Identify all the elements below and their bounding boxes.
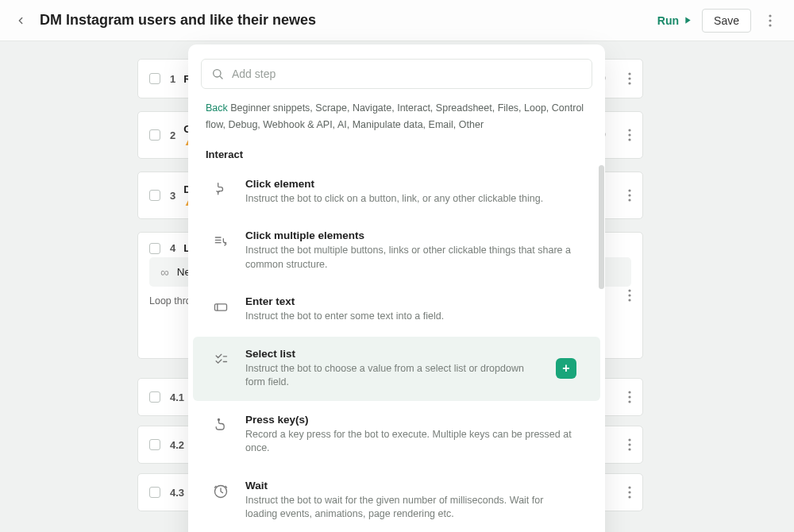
- enter-text-icon: [210, 297, 231, 318]
- run-button[interactable]: Run: [657, 14, 692, 27]
- back-button[interactable]: [10, 10, 32, 32]
- category-chip[interactable]: Manipulate data,: [353, 119, 426, 130]
- step-menu[interactable]: [628, 289, 631, 302]
- category-chip[interactable]: Email,: [429, 119, 457, 130]
- svg-point-21: [628, 448, 630, 450]
- header-actions: Run Save: [657, 9, 780, 33]
- option-row[interactable]: WaitInstruct the bot to wait for the giv…: [193, 468, 600, 533]
- svg-line-26: [220, 76, 222, 79]
- modal-search-wrap: [188, 44, 605, 97]
- step-number: 4.2: [170, 439, 184, 451]
- svg-point-3: [769, 24, 771, 26]
- wait-icon: [210, 481, 231, 502]
- svg-point-9: [628, 138, 630, 141]
- svg-point-5: [628, 77, 630, 79]
- svg-point-20: [628, 443, 630, 445]
- option-row[interactable]: Click elementInstruct the bot to click o…: [193, 167, 600, 218]
- svg-point-22: [628, 486, 630, 488]
- svg-point-10: [628, 189, 630, 191]
- category-chip[interactable]: Beginner snippets,: [230, 102, 313, 114]
- play-icon: [684, 16, 692, 25]
- chevron-left-icon: [15, 15, 26, 26]
- step-number: 3: [170, 190, 175, 202]
- step-menu[interactable]: [628, 486, 631, 499]
- category-chip[interactable]: Interact,: [397, 102, 433, 114]
- category-chip[interactable]: Spreadsheet,: [436, 102, 495, 114]
- category-chip[interactable]: Loop,: [524, 102, 549, 114]
- option-row[interactable]: Enter textInstruct the bot to enter some…: [193, 284, 600, 335]
- add-step-searchbar[interactable]: [201, 59, 592, 89]
- step-menu[interactable]: [628, 391, 631, 403]
- kebab-icon: [628, 391, 631, 403]
- option-title: Wait: [245, 480, 576, 492]
- option-list[interactable]: Click elementInstruct the bot to click o…: [188, 165, 605, 533]
- step-menu[interactable]: [628, 72, 631, 85]
- svg-point-7: [628, 129, 630, 131]
- option-row[interactable]: Select listInstruct the bot to choose a …: [193, 337, 600, 401]
- svg-point-4: [628, 72, 630, 75]
- step-checkbox[interactable]: [149, 190, 160, 201]
- step-number: 1: [170, 73, 175, 85]
- svg-point-13: [628, 289, 630, 291]
- option-title: Select list: [245, 348, 542, 360]
- option-row[interactable]: Click multiple elementsInstruct the bot …: [193, 218, 600, 283]
- option-body: WaitInstruct the bot to wait for the giv…: [245, 480, 576, 522]
- svg-point-8: [628, 133, 630, 136]
- svg-point-6: [628, 82, 630, 84]
- svg-point-12: [628, 199, 630, 201]
- search-icon: [211, 67, 224, 80]
- step-checkbox[interactable]: [149, 391, 160, 403]
- page-title: DM Instagram users and like their newes: [40, 12, 316, 29]
- step-number: 4: [170, 242, 175, 254]
- svg-point-2: [769, 19, 771, 21]
- option-title: Press key(s): [245, 414, 576, 426]
- step-checkbox[interactable]: [149, 129, 160, 141]
- press-keys-icon: [210, 415, 231, 436]
- step-checkbox[interactable]: [149, 73, 160, 84]
- step-number: 4.1: [170, 391, 184, 403]
- add-step-button[interactable]: +: [556, 358, 576, 379]
- category-chip[interactable]: Back: [206, 102, 228, 114]
- page-menu[interactable]: [761, 11, 780, 30]
- kebab-icon: [628, 72, 631, 85]
- step-menu[interactable]: [628, 189, 631, 202]
- option-desc: Record a key press for the bot to execut…: [245, 428, 576, 456]
- category-chip[interactable]: Debug,: [229, 119, 260, 130]
- step-menu[interactable]: [628, 438, 631, 451]
- section-label: Interact: [188, 136, 605, 165]
- step-checkbox[interactable]: [149, 243, 160, 254]
- option-body: Select listInstruct the bot to choose a …: [245, 348, 542, 390]
- option-title: Click multiple elements: [245, 229, 576, 241]
- scrollbar[interactable]: [599, 165, 604, 289]
- workspace: 1 Read ⓘ 2 Get c ▲Se ⓘ 3 Dele ▲Sp: [0, 41, 794, 511]
- svg-point-15: [628, 299, 630, 301]
- step-checkbox[interactable]: [149, 487, 160, 498]
- kebab-icon: [628, 289, 631, 302]
- option-body: Press key(s)Record a key press for the b…: [245, 414, 576, 456]
- svg-point-25: [214, 70, 221, 77]
- run-label: Run: [657, 14, 679, 27]
- app-header: DM Instagram users and like their newes …: [0, 0, 794, 41]
- category-chip[interactable]: Other: [459, 119, 484, 130]
- option-desc: Instruct the bot multiple buttons, links…: [245, 244, 576, 272]
- option-title: Click element: [245, 178, 576, 190]
- step-number: 4.3: [170, 487, 184, 499]
- svg-point-24: [628, 495, 630, 498]
- svg-point-17: [628, 395, 630, 398]
- add-step-search-input[interactable]: [232, 67, 582, 80]
- step-menu[interactable]: [628, 129, 631, 141]
- select-list-icon: [210, 349, 231, 370]
- option-desc: Instruct the bot to click on a button, l…: [245, 192, 576, 206]
- category-chip[interactable]: Webhook & API,: [263, 119, 335, 130]
- option-row[interactable]: Press key(s)Record a key press for the b…: [193, 403, 600, 467]
- category-chip[interactable]: Files,: [498, 102, 522, 114]
- step-checkbox[interactable]: [149, 439, 160, 450]
- category-chip[interactable]: Scrape,: [315, 102, 349, 114]
- step-number: 2: [170, 129, 175, 141]
- category-chip[interactable]: AI,: [337, 119, 349, 130]
- category-chip[interactable]: Navigate,: [353, 102, 395, 114]
- option-desc: Instruct the bot to enter some text into…: [245, 310, 576, 324]
- save-button[interactable]: Save: [702, 9, 751, 33]
- option-body: Click elementInstruct the bot to click o…: [245, 178, 576, 206]
- category-chips: Back Beginner snippets, Scrape, Navigate…: [188, 97, 605, 136]
